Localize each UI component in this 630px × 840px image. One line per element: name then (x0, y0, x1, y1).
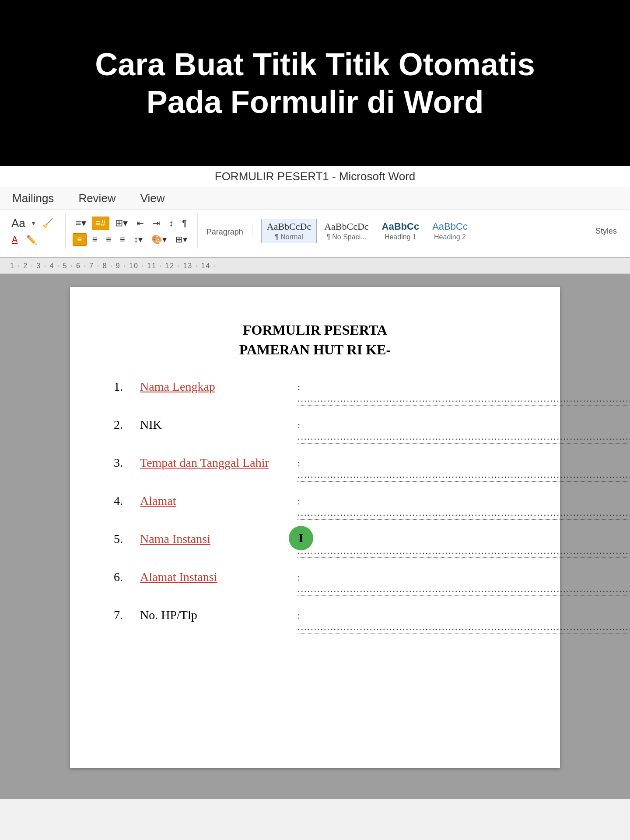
styles-label: Styles (595, 227, 617, 236)
shading-icon[interactable]: 🎨▾ (148, 232, 170, 246)
style-normal-button[interactable]: AaBbCcDc ¶ Normal (261, 219, 317, 243)
bullet-list-icon[interactable]: ≡▾ (73, 216, 89, 231)
form-item-6: 6. Alamat Instansi : ...................… (114, 570, 516, 596)
font-aa-button[interactable]: Aa (9, 216, 28, 231)
word-app: FORMULIR PESERT1 - Microsoft Word Mailin… (0, 166, 630, 840)
ribbon: Aa ▼ 🧹 A ✏️ ≡▾ ≡# ⊞▾ (0, 210, 630, 258)
border-icon[interactable]: ⊞▾ (172, 232, 190, 246)
style-heading1-button[interactable]: AaBbCc Heading 1 (376, 219, 425, 243)
ruler: 1 · 2 · 3 · 4 · 5 · 6 · 7 · 8 · 9 · 10 ·… (0, 258, 630, 274)
list-group: ≡▾ ≡# ⊞▾ ⇤ ⇥ ↕ ¶ ≡ ≡ ≡ ≡ ↕▾ 🎨▾ (66, 214, 198, 248)
highlight-icon[interactable]: ✏️ (23, 233, 40, 247)
pilcrow-icon[interactable]: ¶ (179, 217, 190, 230)
title-section: Cara Buat Titik Titik Otomatis Pada Form… (0, 0, 630, 166)
clear-format-icon[interactable]: 🧹 (39, 216, 56, 230)
align-right-icon[interactable]: ≡ (103, 233, 114, 246)
styles-group: AaBbCcDc ¶ Normal AaBbCcDc ¶ No Spaci...… (252, 217, 591, 245)
document-area: FORMULIR PESERTA PAMERAN HUT RI KE- 1. N… (0, 274, 630, 799)
style-no-spacing-button[interactable]: AaBbCcDc ¶ No Spaci... (318, 219, 374, 243)
font-dropdown-icon[interactable]: ▼ (31, 220, 37, 227)
form-title-line1: FORMULIR PESERTA (114, 322, 516, 338)
form-item-7: 7. No. HP/Tlp : ........................… (114, 608, 516, 634)
menu-item-mailings[interactable]: Mailings (9, 190, 57, 207)
form-item-4: 4. Alamat : ............................… (114, 494, 516, 520)
form-item-1: 1. Nama Lengkap : ......................… (114, 380, 516, 406)
align-left-button[interactable]: ≡ (73, 233, 87, 246)
decrease-indent-icon[interactable]: ⇤ (133, 216, 147, 230)
paragraph-label: Paragraph (206, 228, 243, 237)
page-title: Cara Buat Titik Titik Otomatis Pada Form… (95, 46, 535, 121)
sort-icon[interactable]: ↕ (166, 217, 176, 230)
multilevel-list-icon[interactable]: ⊞▾ (112, 216, 131, 231)
menu-bar: Mailings Review View (0, 187, 630, 210)
font-group: Aa ▼ 🧹 A ✏️ (9, 214, 66, 248)
form-item-3: 3. Tempat dan Tanggal Lahir : ..........… (114, 456, 516, 482)
style-heading2-button[interactable]: AaBbCc Heading 2 (427, 219, 473, 243)
justify-icon[interactable]: ≡ (117, 233, 128, 246)
form-item-5: 5. Nama Instansi I : ...................… (114, 532, 516, 558)
title-bar: FORMULIR PESERT1 - Microsoft Word (0, 166, 630, 187)
align-center-icon[interactable]: ≡ (89, 233, 101, 246)
document-page: FORMULIR PESERTA PAMERAN HUT RI KE- 1. N… (70, 287, 560, 768)
menu-item-review[interactable]: Review (75, 190, 119, 207)
numbered-list-button[interactable]: ≡# (92, 217, 110, 230)
line-spacing-icon[interactable]: ↕▾ (131, 232, 146, 246)
form-list: 1. Nama Lengkap : ......................… (114, 380, 516, 634)
increase-indent-icon[interactable]: ⇥ (150, 216, 163, 230)
font-color-icon[interactable]: A (9, 233, 21, 246)
cursor-indicator: I (289, 526, 313, 550)
form-item-2: 2. NIK : ...............................… (114, 418, 516, 444)
menu-item-view[interactable]: View (137, 190, 168, 207)
form-title-line2: PAMERAN HUT RI KE- (114, 342, 516, 358)
